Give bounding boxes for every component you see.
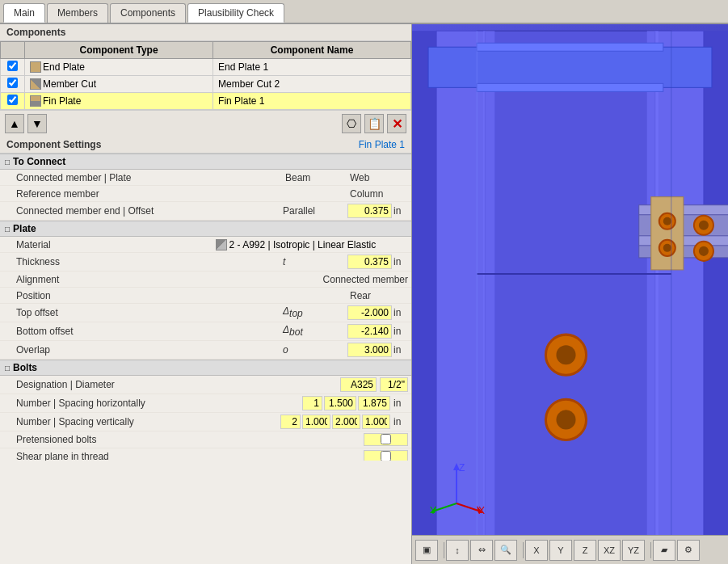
main-content: Components Component Type Component Name…: [0, 24, 728, 564]
group-label: Plate: [13, 223, 36, 234]
finplate-icon: [30, 95, 41, 107]
rotate-button[interactable]: ↕: [446, 540, 469, 561]
prop-label: Overlap: [13, 343, 280, 356]
settings-scroll[interactable]: □ To Connect Connected member | Plate Be…: [0, 154, 411, 461]
bolt-v-s2-input[interactable]: [332, 415, 360, 429]
svg-text:Z: Z: [459, 462, 465, 474]
row-type: End Plate: [25, 59, 213, 76]
group-plate[interactable]: □ Plate: [0, 221, 411, 237]
svg-point-16: [699, 221, 709, 230]
copy-button[interactable]: ⎔: [342, 114, 361, 133]
view-y-button[interactable]: Y: [549, 540, 572, 561]
pan-button[interactable]: ⇔: [470, 540, 493, 561]
shear-checkbox[interactable]: [381, 451, 391, 461]
unit-label: in: [392, 397, 408, 410]
group-bolts[interactable]: □ Bolts: [0, 360, 411, 376]
axes-svg: Z Y X: [428, 459, 485, 516]
svg-rect-24: [428, 47, 712, 87]
svg-point-18: [699, 246, 709, 256]
prop-label: Thickness: [13, 255, 280, 268]
prop-position: Position Rear: [0, 288, 411, 304]
pretensioned-checkbox[interactable]: [381, 434, 391, 444]
row-checkbox[interactable]: [1, 59, 25, 76]
axes-indicator: Z Y X: [428, 459, 485, 516]
overlap-input[interactable]: [347, 343, 392, 357]
prop-bolt-h-spacing: Number | Spacing horizontally in: [0, 394, 411, 413]
move-up-button[interactable]: ▲: [5, 114, 24, 133]
group-label: Bolts: [13, 362, 37, 373]
col-name-header: Component Name: [213, 42, 411, 59]
prop-label: Number | Spacing horizontally: [13, 397, 299, 410]
prop-material: Material 2 - A992 | Isotropic | Linear E…: [0, 237, 411, 253]
sym-label: Δbot: [280, 323, 344, 339]
pretensioned-checkbox-wrapper[interactable]: [364, 433, 408, 446]
svg-rect-25: [477, 43, 663, 51]
prop-label: Shear plane in thread: [13, 450, 360, 461]
prop-right: [337, 377, 411, 393]
bolt-desig-input[interactable]: [340, 377, 377, 392]
fit-view-button[interactable]: ▣: [415, 540, 438, 561]
prop-right: 0.375 in: [344, 203, 411, 219]
tab-members[interactable]: Members: [47, 3, 108, 23]
paste-button[interactable]: 📋: [364, 114, 384, 133]
membercut-icon: [30, 78, 41, 90]
view-x-button[interactable]: X: [525, 540, 548, 561]
bolt-h-s2-input[interactable]: [358, 396, 390, 410]
prop-alignment: Alignment Connected member: [0, 271, 411, 288]
prop-bolt-v-spacing: Number | Spacing vertically in: [0, 413, 411, 431]
tab-components[interactable]: Components: [110, 3, 186, 23]
settings-header: Component Settings Fin Plate 1: [0, 137, 411, 154]
settings-title: Component Settings: [6, 139, 101, 150]
move-down-button[interactable]: ▼: [27, 114, 47, 133]
row-checkbox[interactable]: [1, 76, 25, 93]
bolt-v-s3-input[interactable]: [362, 415, 390, 429]
settings-view-button[interactable]: ⚙: [677, 540, 700, 561]
row-type: Fin Plate: [25, 93, 213, 110]
tab-main[interactable]: Main: [3, 3, 45, 23]
bolt-h-s1-input[interactable]: [324, 396, 356, 410]
components-section-header: Components: [0, 24, 411, 41]
prop-value1: Rear: [347, 289, 411, 302]
shear-checkbox-wrapper[interactable]: [364, 450, 408, 461]
svg-point-21: [556, 345, 575, 364]
endplate-icon: [30, 61, 41, 73]
top-offset-input[interactable]: [347, 305, 392, 320]
component-table: Component Type Component Name End Plate …: [0, 41, 411, 110]
svg-text:X: X: [478, 505, 485, 516]
material-icon: [216, 239, 227, 250]
svg-point-23: [556, 410, 575, 429]
table-row[interactable]: Member Cut Member Cut 2: [1, 76, 411, 93]
bolt-v-s1-input[interactable]: [302, 415, 330, 429]
component-toolbar: ▲ ▼ ⎔ 📋 ✕: [0, 110, 411, 137]
svg-rect-2: [477, 31, 671, 558]
unit-label: in: [392, 204, 408, 217]
prop-right: in: [344, 323, 411, 339]
zoom-button[interactable]: 🔍: [494, 540, 517, 561]
prop-reference-member: Reference member Column: [0, 186, 411, 202]
table-row-selected[interactable]: Fin Plate Fin Plate 1: [1, 93, 411, 110]
tab-plausibility[interactable]: Plausibility Check: [187, 3, 284, 23]
prop-pretensioned: Pretensioned bolts: [0, 431, 411, 448]
bolt-h-num-input[interactable]: [302, 396, 322, 410]
prop-right: in: [277, 414, 411, 430]
table-row[interactable]: End Plate End Plate 1: [1, 59, 411, 76]
view-z-button[interactable]: Z: [574, 540, 596, 561]
group-to-connect[interactable]: □ To Connect: [0, 154, 411, 170]
thickness-input[interactable]: [347, 255, 392, 269]
bottom-offset-input[interactable]: [347, 324, 392, 339]
prop-bolt-designation: Designation | Diameter: [0, 376, 411, 394]
render-mode-button[interactable]: ▰: [653, 540, 675, 561]
delete-button[interactable]: ✕: [387, 114, 406, 133]
view-yz-button[interactable]: YZ: [622, 540, 645, 561]
collapse-icon: □: [5, 225, 10, 234]
row-name: End Plate 1: [213, 59, 411, 76]
left-panel: Components Component Type Component Name…: [0, 24, 412, 564]
bolt-dia-input[interactable]: [380, 377, 408, 392]
offset-input[interactable]: 0.375: [347, 204, 392, 218]
prop-label: Material: [13, 238, 213, 251]
row-checkbox[interactable]: [1, 93, 25, 110]
unit-label: in: [392, 343, 408, 356]
bolt-v-num-input[interactable]: [280, 415, 301, 429]
prop-thickness: Thickness t in: [0, 253, 411, 271]
view-xz-button[interactable]: XZ: [598, 540, 621, 561]
